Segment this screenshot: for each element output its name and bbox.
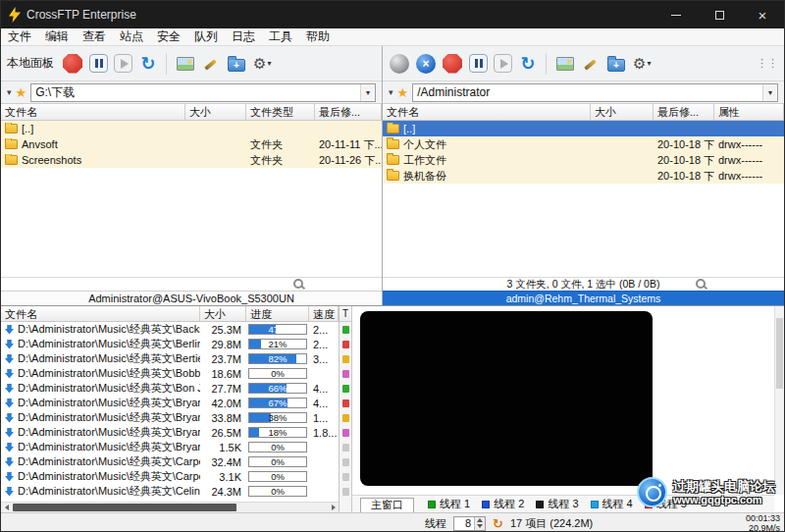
queue-row[interactable]: D:\Administrator\Music\经典英文\Bryan A...26…: [1, 425, 339, 440]
menu-item-帮助[interactable]: 帮助: [299, 28, 337, 45]
queue-row[interactable]: D:\Administrator\Music\经典英文\Bobby V...18…: [1, 366, 339, 381]
disconnect-icon[interactable]: ×: [416, 54, 436, 74]
file-row[interactable]: 工作文件20-10-18 下...drwx------: [383, 152, 784, 168]
window-title: CrossFTP Enterprise: [26, 8, 136, 22]
close-button[interactable]: ×: [741, 1, 784, 28]
play-icon[interactable]: [494, 54, 512, 73]
scrollbar-thumb[interactable]: [776, 318, 783, 389]
file-row[interactable]: Screenshots文件夹20-11-26 下...: [1, 152, 382, 168]
menu-item-文件[interactable]: 文件: [1, 28, 38, 45]
queue-row[interactable]: D:\Administrator\Music\经典英文\Bertie H...2…: [1, 351, 339, 366]
search-icon[interactable]: [696, 279, 707, 291]
maximize-button[interactable]: [698, 1, 741, 28]
queue-row[interactable]: D:\Administrator\Music\经典英文\Bryan A...1.…: [1, 440, 339, 454]
pause-icon[interactable]: [89, 54, 108, 73]
history-dropdown-icon[interactable]: ▾: [7, 87, 12, 97]
file-name: Screenshots: [22, 154, 81, 166]
column-header[interactable]: 速度: [309, 306, 339, 321]
bookmark-star-icon[interactable]: ★: [16, 86, 27, 99]
queue-row[interactable]: D:\Administrator\Music\经典英文\Carpent...3.…: [1, 469, 339, 484]
legend-color-swatch: [645, 501, 653, 508]
menu-item-查看[interactable]: 查看: [76, 28, 113, 45]
queue-row[interactable]: D:\Administrator\Music\经典英文\Bon Jov...27…: [1, 381, 339, 396]
bookmark-star-icon[interactable]: ★: [397, 86, 409, 99]
thread-count-spinner[interactable]: 8: [453, 516, 486, 531]
file-modified: 20-10-18 下...: [654, 169, 714, 184]
preview-icon[interactable]: [177, 57, 194, 71]
history-dropdown-icon[interactable]: ▾: [389, 87, 393, 97]
settings-button[interactable]: ⚙ ▾: [253, 56, 271, 71]
scrollbar-thumb[interactable]: [13, 504, 236, 511]
refresh-icon[interactable]: ↻: [518, 53, 538, 75]
queue-row[interactable]: D:\Administrator\Music\经典英文\Carpent...32…: [1, 454, 339, 469]
transfer-file-path: D:\Administrator\Music\经典英文\Bryan A...: [18, 410, 200, 425]
progress-bar: 67%: [248, 398, 307, 408]
column-header[interactable]: 进度: [246, 306, 309, 321]
pause-icon[interactable]: [469, 54, 488, 73]
spinner-up-icon[interactable]: [477, 518, 483, 522]
progress-bar: 21%: [248, 339, 307, 349]
queue-row[interactable]: D:\Administrator\Music\经典英文\Bryan A...42…: [1, 396, 339, 410]
queue-row[interactable]: D:\Administrator\Music\经典英文\Celine ...24…: [1, 484, 339, 499]
remote-panel: × ↻ ⚙ ▾ ⋮⋮ ▾ ★ /Administrator: [383, 46, 784, 305]
minimize-button[interactable]: [654, 1, 698, 28]
connect-icon[interactable]: [390, 54, 409, 74]
column-header[interactable]: 最后修...: [315, 104, 382, 120]
column-header[interactable]: 大小: [200, 306, 246, 321]
new-folder-icon[interactable]: [607, 59, 625, 72]
column-header[interactable]: 文件名: [1, 306, 200, 321]
preview-icon[interactable]: [556, 57, 574, 71]
progress-label: 38%: [249, 413, 306, 422]
queue-row[interactable]: D:\Administrator\Music\经典英文\Backstr...25…: [1, 322, 339, 337]
abort-icon[interactable]: [63, 54, 82, 74]
transfer-size: 18.6M: [200, 368, 246, 380]
column-header[interactable]: 文件名: [1, 104, 185, 120]
remote-path-combo[interactable]: /Administrator ▾: [412, 83, 778, 102]
menu-item-工具[interactable]: 工具: [262, 28, 299, 45]
settings-button[interactable]: ⚙ ▾: [633, 56, 651, 71]
menu-item-日志[interactable]: 日志: [225, 28, 262, 45]
column-header[interactable]: 属性: [714, 104, 784, 120]
column-header[interactable]: 最后修...: [654, 104, 714, 120]
edit-icon[interactable]: [582, 55, 600, 73]
edit-icon[interactable]: [202, 55, 220, 73]
menu-item-安全[interactable]: 安全: [150, 28, 187, 45]
play-icon[interactable]: [114, 54, 132, 73]
scroll-left-icon[interactable]: [1, 503, 12, 512]
spinner-down-icon[interactable]: [477, 524, 483, 528]
progress-label: 21%: [249, 340, 306, 348]
monitor-vertical-scrollbar[interactable]: [774, 306, 784, 495]
download-icon: [5, 487, 14, 497]
file-row[interactable]: 换机备份20-10-18 下...drwx------: [383, 168, 784, 184]
combo-dropdown-icon[interactable]: ▾: [762, 84, 777, 101]
local-path-combo[interactable]: G:\下载 ▾: [30, 83, 376, 102]
queue-row[interactable]: D:\Administrator\Music\经典英文\Bryan A...33…: [1, 410, 339, 425]
column-header[interactable]: 大小: [185, 104, 246, 120]
queue-row[interactable]: D:\Administrator\Music\经典英文\Berlin-T...2…: [1, 337, 339, 351]
file-row[interactable]: [..]: [383, 121, 784, 136]
file-row[interactable]: [..]: [1, 121, 382, 136]
combo-dropdown-icon[interactable]: ▾: [360, 84, 375, 101]
thread-indicator: [342, 341, 349, 348]
progress-label: 0%: [249, 487, 306, 496]
menu-item-站点[interactable]: 站点: [113, 28, 150, 45]
file-row[interactable]: 个人文件20-10-18 下...drwx------: [383, 136, 784, 152]
toolbar-overflow-icon[interactable]: ⋮⋮: [757, 57, 778, 70]
file-row[interactable]: Anvsoft文件夹20-11-11 下...: [1, 136, 382, 152]
refresh-icon[interactable]: ↻: [138, 53, 158, 75]
local-toolbar: 本地面板 ↻ ⚙ ▾: [1, 46, 382, 81]
search-icon[interactable]: [293, 279, 305, 291]
menu-item-队列[interactable]: 队列: [187, 28, 225, 45]
abort-icon[interactable]: [443, 54, 462, 74]
file-name: [..]: [403, 123, 415, 134]
new-folder-icon[interactable]: [228, 59, 245, 72]
legend-label: 线程 2: [494, 497, 524, 511]
tab-main-window[interactable]: 主窗口: [360, 498, 414, 513]
column-header[interactable]: 文件类型: [246, 104, 315, 120]
queue-items-summary: 17 项目 (224.2M): [510, 516, 593, 531]
menu-item-编辑[interactable]: 编辑: [38, 28, 76, 45]
column-header[interactable]: 文件名: [383, 104, 591, 120]
column-header[interactable]: 大小: [591, 104, 654, 120]
scroll-right-icon[interactable]: [328, 503, 339, 512]
queue-horizontal-scrollbar[interactable]: [1, 502, 339, 512]
